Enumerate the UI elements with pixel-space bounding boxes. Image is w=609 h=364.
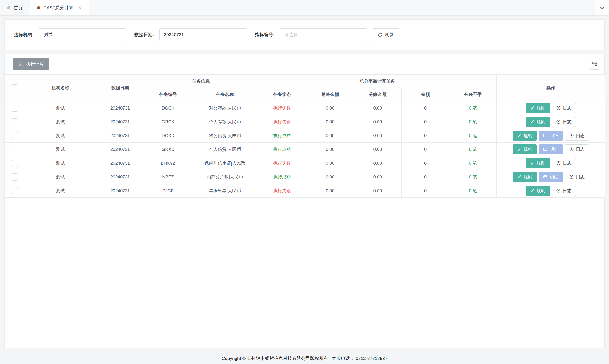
cell-select [5, 129, 25, 143]
log-button[interactable]: 日志 [565, 172, 589, 182]
rule-button[interactable]: 规则 [526, 158, 550, 168]
tab-east-calc-label: EAST总分计算 [43, 5, 73, 11]
run-calculation-button[interactable]: 执行计算 [13, 58, 50, 70]
table-toolbar: 执行计算 [4, 54, 605, 74]
detail-button-label: 明细 [550, 174, 559, 180]
log-button[interactable]: 日志 [565, 131, 589, 141]
cell-task-status: 执行失败 [258, 115, 306, 129]
table-row: 测试 20240731 BHXYZ 保函与信用证|人民币 执行失败 0.00 0… [5, 156, 605, 170]
log-button-label: 日志 [563, 188, 572, 194]
log-button[interactable]: 日志 [552, 158, 576, 168]
select-all-checkbox[interactable] [11, 84, 18, 91]
log-button[interactable]: 日志 [552, 103, 576, 113]
cell-diff: 0 [401, 156, 449, 170]
rule-button[interactable]: 规则 [513, 131, 537, 141]
cell-unbalanced-link[interactable]: 0 笔 [449, 156, 497, 170]
header-unbalanced: 分账不平 [449, 88, 497, 101]
pencil-icon [517, 147, 522, 152]
log-button[interactable]: 日志 [552, 117, 576, 127]
cell-actions: 规则日志 [497, 156, 605, 170]
rule-button[interactable]: 规则 [526, 186, 550, 196]
cell-task-code: DGCK [144, 101, 192, 115]
clock-icon [556, 119, 561, 124]
detail-button[interactable]: 明细 [539, 131, 563, 141]
cell-org-name: 测试 [25, 184, 96, 198]
cell-task-code: PJCP [144, 184, 192, 198]
cell-branch-amount: 0.00 [354, 170, 401, 184]
indicator-select[interactable] [280, 28, 367, 41]
cell-actions: 规则日志 [497, 115, 605, 129]
refresh-icon [377, 32, 383, 37]
cell-unbalanced-link[interactable]: 0 笔 [449, 184, 497, 198]
cell-task-name: 保函与信用证|人民币 [192, 156, 258, 170]
table-row: 测试 20240731 PJCP 票据出票|人民币 执行失败 0.00 0.00… [5, 184, 605, 198]
cell-total-amount: 0.00 [306, 156, 354, 170]
tabbar-spacer [89, 0, 595, 15]
detail-button[interactable]: 明细 [539, 172, 563, 182]
cell-org-name: 测试 [25, 115, 96, 129]
tab-menu-button[interactable] [595, 0, 609, 15]
pencil-icon [517, 175, 522, 179]
cell-data-date: 20240731 [96, 143, 144, 156]
rule-button[interactable]: 规则 [526, 103, 550, 113]
cell-select [5, 156, 25, 170]
tab-east-calc[interactable]: EAST总分计算 ✕ [30, 0, 89, 15]
cell-unbalanced-link[interactable]: 0 笔 [449, 129, 497, 143]
row-checkbox[interactable] [11, 104, 18, 112]
log-button-label: 日志 [563, 160, 572, 166]
cell-actions: 规则日志 [497, 184, 605, 198]
cell-unbalanced-link[interactable]: 0 笔 [449, 143, 497, 156]
cell-unbalanced-link[interactable]: 0 笔 [449, 115, 497, 129]
cell-task-code: DGXD [144, 129, 192, 143]
log-button-label: 日志 [576, 174, 585, 180]
card-icon [543, 147, 548, 152]
tab-bar: 首页 EAST总分计算 ✕ [0, 0, 609, 16]
header-org-name: 机构名称 [25, 75, 96, 101]
cell-unbalanced-link[interactable]: 0 笔 [449, 170, 497, 184]
cell-data-date: 20240731 [96, 129, 144, 143]
clock-icon [556, 188, 561, 193]
detail-button[interactable]: 明细 [539, 144, 563, 155]
close-icon[interactable]: ✕ [78, 5, 82, 11]
refresh-button[interactable]: 刷新 [372, 28, 400, 41]
row-checkbox[interactable] [11, 146, 18, 153]
rule-button[interactable]: 规则 [513, 172, 537, 182]
data-date-input[interactable] [159, 28, 247, 41]
cell-task-code: GRXD [144, 143, 192, 156]
cell-task-name: 对公信贷|人民币 [192, 129, 258, 143]
log-button[interactable]: 日志 [565, 144, 589, 155]
log-button[interactable]: 日志 [552, 186, 576, 196]
cell-total-amount: 0.00 [306, 101, 354, 115]
tab-dot-icon [7, 6, 10, 9]
cell-diff: 0 [401, 101, 449, 115]
org-select-label: 选择机构: [14, 32, 34, 38]
row-checkbox[interactable] [11, 132, 18, 139]
calculation-icon [18, 62, 24, 67]
org-select-input[interactable] [39, 28, 126, 41]
cell-org-name: 测试 [25, 170, 96, 184]
cell-select [5, 143, 25, 156]
cell-task-status: 执行成功 [258, 143, 306, 156]
row-checkbox[interactable] [11, 173, 18, 181]
log-button-label: 日志 [576, 146, 585, 152]
cell-task-name: 内部分户账|人民币 [192, 170, 258, 184]
filter-bar: 选择机构: 数据日期: 指标编号: 刷新 [4, 19, 605, 50]
row-checkbox[interactable] [11, 160, 18, 167]
row-checkbox[interactable] [11, 118, 18, 125]
rule-button-label: 规则 [524, 133, 532, 139]
rule-button-label: 规则 [537, 105, 545, 111]
tab-active-dot-icon [37, 6, 40, 9]
cell-task-status: 执行失败 [258, 184, 306, 198]
rule-button[interactable]: 规则 [513, 144, 537, 155]
rule-button[interactable]: 规则 [526, 117, 550, 127]
pencil-icon [530, 161, 535, 165]
header-group-balance: 总分平衡计算任务 [258, 75, 497, 88]
tab-home[interactable]: 首页 [0, 0, 30, 15]
row-checkbox[interactable] [11, 187, 18, 194]
detail-button-label: 明细 [550, 133, 559, 139]
column-settings-button[interactable] [589, 59, 600, 70]
cell-total-amount: 0.00 [306, 115, 354, 129]
cell-diff: 0 [401, 143, 449, 156]
cell-unbalanced-link[interactable]: 0 笔 [449, 101, 497, 115]
cell-org-name: 测试 [25, 143, 96, 156]
